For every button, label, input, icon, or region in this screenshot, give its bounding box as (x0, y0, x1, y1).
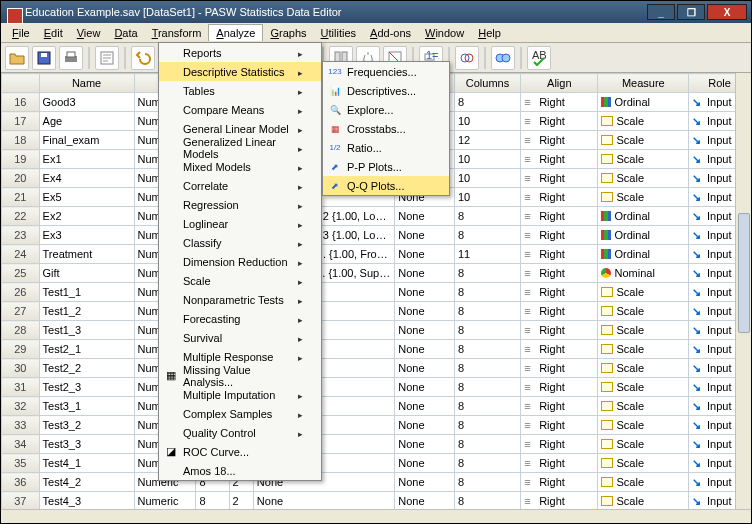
cell-align[interactable]: Right (521, 473, 598, 492)
table-row[interactable]: 27Test1_2NumeriNoneNone8Right ScaleInput (2, 302, 751, 321)
table-row[interactable]: 24TreatmentNumeriaching Meth... {1.00, F… (2, 245, 751, 264)
row-number[interactable]: 26 (2, 283, 40, 302)
column-header[interactable]: Align (521, 74, 598, 93)
cell-name[interactable]: Test2_3 (39, 378, 134, 397)
menu-item-nonparametric-tests[interactable]: Nonparametric Tests (159, 290, 321, 309)
row-number[interactable]: 20 (2, 169, 40, 188)
menu-item-generalized-linear-models[interactable]: Generalized Linear Models (159, 138, 321, 157)
undo-button[interactable] (131, 46, 155, 70)
cell-align[interactable]: Right (521, 131, 598, 150)
cell-missing[interactable]: None (395, 359, 455, 378)
menu-item-descriptive-statistics[interactable]: Descriptive Statistics (159, 62, 321, 81)
table-row[interactable]: 23Ex3Numerid-term Exam 3 {1.00, Low ...N… (2, 226, 751, 245)
cell-align[interactable]: Right (521, 492, 598, 511)
cell-measure[interactable]: Scale (598, 321, 689, 340)
row-number[interactable]: 31 (2, 378, 40, 397)
column-header[interactable] (2, 74, 40, 93)
cell-measure[interactable]: Scale (598, 169, 689, 188)
menu-item-loglinear[interactable]: Loglinear (159, 214, 321, 233)
row-number[interactable]: 24 (2, 245, 40, 264)
cell-columns[interactable]: 10 (454, 188, 520, 207)
row-number[interactable]: 35 (2, 454, 40, 473)
cell-missing[interactable]: None (395, 397, 455, 416)
cell-align[interactable]: Right (521, 207, 598, 226)
cell-align[interactable]: Right (521, 283, 598, 302)
menu-item-q-q-plots-[interactable]: ⬈Q-Q Plots... (323, 176, 449, 195)
cell-align[interactable]: Right (521, 150, 598, 169)
menu-item-forecasting[interactable]: Forecasting (159, 309, 321, 328)
row-number[interactable]: 18 (2, 131, 40, 150)
cell-name[interactable]: Test2_1 (39, 340, 134, 359)
use-sets-button[interactable] (455, 46, 479, 70)
menu-help[interactable]: Help (471, 25, 508, 41)
descriptive-statistics-submenu[interactable]: 123Frequencies...📊Descriptives...🔍Explor… (322, 61, 450, 196)
cell-name[interactable]: Ex3 (39, 226, 134, 245)
cell-columns[interactable]: 8 (454, 435, 520, 454)
menu-item-survival[interactable]: Survival (159, 328, 321, 347)
cell-measure[interactable]: Ordinal (598, 207, 689, 226)
cell-measure[interactable]: Scale (598, 454, 689, 473)
column-header[interactable]: Measure (598, 74, 689, 93)
cell-measure[interactable]: Nominal (598, 264, 689, 283)
cell-align[interactable]: Right (521, 359, 598, 378)
cell-align[interactable]: Right (521, 188, 598, 207)
column-header[interactable]: Columns (454, 74, 520, 93)
menu-item-compare-means[interactable]: Compare Means (159, 100, 321, 119)
cell-measure[interactable]: Ordinal (598, 226, 689, 245)
table-row[interactable]: 35Test4_1Numeric82NoneNone8Right ScaleIn… (2, 454, 751, 473)
cell-align[interactable]: Right (521, 302, 598, 321)
row-number[interactable]: 25 (2, 264, 40, 283)
menu-item-descriptives-[interactable]: 📊Descriptives... (323, 81, 449, 100)
cell-width[interactable]: 8 (196, 492, 229, 511)
table-row[interactable]: 37Test4_3Numeric82NoneNone8Right ScaleIn… (2, 492, 751, 511)
cell-measure[interactable]: Scale (598, 473, 689, 492)
cell-columns[interactable]: 10 (454, 112, 520, 131)
cell-columns[interactable]: 8 (454, 397, 520, 416)
cell-measure[interactable]: Scale (598, 359, 689, 378)
cell-type[interactable]: Numeric (134, 492, 196, 511)
cell-missing[interactable]: None (395, 454, 455, 473)
cell-name[interactable]: Test4_1 (39, 454, 134, 473)
table-row[interactable]: 30Test2_2NumeriNoneNone8Right ScaleInput (2, 359, 751, 378)
menu-item-complex-samples[interactable]: Complex Samples (159, 404, 321, 423)
menu-item-multiple-imputation[interactable]: Multiple Imputation (159, 385, 321, 404)
row-number[interactable]: 19 (2, 150, 40, 169)
menu-item-tables[interactable]: Tables (159, 81, 321, 100)
spell-check-button[interactable]: ABC (527, 46, 551, 70)
cell-missing[interactable]: None (395, 226, 455, 245)
menu-edit[interactable]: Edit (37, 25, 70, 41)
cell-align[interactable]: Right (521, 435, 598, 454)
cell-align[interactable]: Right (521, 416, 598, 435)
table-row[interactable]: 31Test2_3NumeriNoneNone8Right ScaleInput (2, 378, 751, 397)
cell-missing[interactable]: None (395, 302, 455, 321)
menu-item-quality-control[interactable]: Quality Control (159, 423, 321, 442)
maximize-button[interactable]: ❐ (677, 4, 705, 20)
cell-columns[interactable]: 8 (454, 359, 520, 378)
menu-item-frequencies-[interactable]: 123Frequencies... (323, 62, 449, 81)
horizontal-scrollbar[interactable] (1, 509, 751, 523)
row-number[interactable]: 34 (2, 435, 40, 454)
minimize-button[interactable]: _ (647, 4, 675, 20)
cell-measure[interactable]: Scale (598, 378, 689, 397)
cell-missing[interactable]: None (395, 321, 455, 340)
cell-missing[interactable]: None (395, 245, 455, 264)
menu-item-amos-18-[interactable]: Amos 18... (159, 461, 321, 480)
table-row[interactable]: 32Test3_1NumeriNoneNone8Right ScaleInput (2, 397, 751, 416)
cell-align[interactable]: Right (521, 340, 598, 359)
cell-measure[interactable]: Scale (598, 302, 689, 321)
cell-missing[interactable]: None (395, 340, 455, 359)
table-row[interactable]: 26Test1_1NumeriNoneNone8Right ScaleInput (2, 283, 751, 302)
menu-item-correlate[interactable]: Correlate (159, 176, 321, 195)
cell-measure[interactable]: Scale (598, 188, 689, 207)
menu-item-ratio-[interactable]: 1/2Ratio... (323, 138, 449, 157)
menu-item-crosstabs-[interactable]: ▦Crosstabs... (323, 119, 449, 138)
cell-columns[interactable]: 8 (454, 416, 520, 435)
cell-name[interactable]: Treatment (39, 245, 134, 264)
table-row[interactable]: 25GiftNumerit chosen by ... {1.00, Super… (2, 264, 751, 283)
cell-measure[interactable]: Scale (598, 416, 689, 435)
cell-columns[interactable]: 8 (454, 454, 520, 473)
cell-name[interactable]: Final_exam (39, 131, 134, 150)
cell-missing[interactable]: None (395, 207, 455, 226)
cell-columns[interactable]: 8 (454, 264, 520, 283)
cell-missing[interactable]: None (395, 378, 455, 397)
